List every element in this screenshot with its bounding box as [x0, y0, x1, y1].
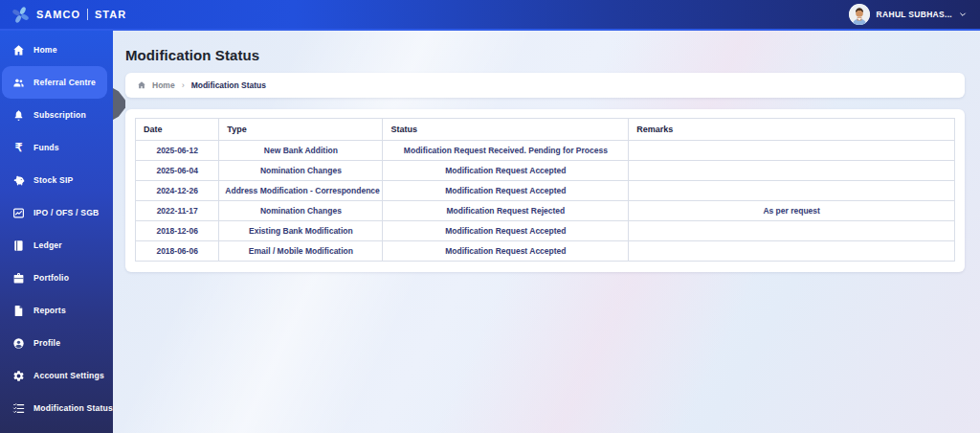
avatar: [849, 4, 870, 25]
sidebar-item-label: IPO / OFS / SGB: [33, 208, 99, 217]
sidebar-item-label: Reports: [33, 306, 66, 315]
table-row: 2018-06-06Email / Mobile ModificationMod…: [136, 241, 955, 262]
cell-date: 2025-06-04: [136, 161, 219, 181]
cell-remarks: [629, 241, 955, 262]
cell-type: Address Modification - Correspondence: [219, 181, 383, 201]
samco-pinwheel-icon: [11, 6, 30, 24]
brand-name: SAMCO: [36, 9, 80, 20]
column-header-remarks: Remarks: [629, 119, 955, 141]
column-header-status: Status: [383, 119, 629, 141]
cell-remarks: [629, 141, 955, 161]
sidebar-item-home[interactable]: Home: [0, 34, 107, 66]
piggy-bank-icon: [12, 174, 25, 187]
users-icon: [12, 77, 25, 89]
cell-date: 2022-11-17: [136, 201, 219, 221]
brand-separator: [87, 9, 88, 20]
gear-icon: [12, 370, 25, 382]
cell-remarks: [629, 161, 955, 181]
chevron-down-icon: [959, 11, 967, 18]
cell-type: Nomination Changes: [219, 161, 383, 181]
cell-status: Modification Request Rejected: [383, 201, 629, 221]
user-circle-icon: [12, 337, 25, 350]
cell-status: Modification Request Received. Pending f…: [383, 141, 629, 161]
modification-status-card: DateTypeStatusRemarks 2025-06-12New Bank…: [125, 109, 965, 272]
sidebar-item-label: Profile: [33, 338, 60, 348]
briefcase-icon: [12, 272, 25, 285]
sidebar-item-portfolio[interactable]: Portfolio: [0, 262, 107, 294]
sidebar-item-stock-sip[interactable]: Stock SIP: [0, 164, 107, 196]
table-row: 2025-06-12New Bank AdditionModification …: [136, 141, 955, 161]
bell-icon: [12, 109, 25, 122]
sidebar-item-label: Ledger: [33, 240, 62, 250]
sidebar-items: HomeReferral CentreSubscription₹FundsSto…: [0, 34, 113, 424]
cell-date: 2018-06-06: [136, 241, 219, 262]
sidebar-item-label: Subscription: [33, 110, 86, 120]
breadcrumb-separator: ›: [182, 80, 185, 90]
sidebar-item-label: Modification Status: [33, 403, 113, 413]
sidebar-item-ipo-ofs-sgb[interactable]: IPO / OFS / SGB: [0, 196, 107, 229]
breadcrumb-home-link[interactable]: Home: [152, 80, 175, 90]
sidebar-item-label: Portfolio: [33, 273, 69, 283]
sidebar-item-label: Funds: [33, 143, 59, 152]
cell-remarks: [629, 221, 955, 241]
home-icon: [137, 80, 146, 90]
column-header-date: Date: [136, 119, 219, 141]
cell-type: Nomination Changes: [219, 201, 383, 221]
home-icon: [12, 44, 25, 57]
breadcrumb-current: Modification Status: [191, 80, 266, 90]
cell-status: Modification Request Accepted: [383, 221, 629, 241]
cell-status: Modification Request Accepted: [383, 181, 629, 201]
checklist-icon: [12, 402, 25, 415]
chart-icon: [12, 207, 25, 219]
table-row: 2025-06-04Nomination ChangesModification…: [136, 161, 955, 181]
sidebar-item-reports[interactable]: Reports: [0, 294, 107, 327]
cell-status: Modification Request Accepted: [383, 161, 629, 181]
user-menu[interactable]: RAHUL SUBHAS...: [849, 4, 967, 25]
table-row: 2018-12-06Existing Bank ModificationModi…: [136, 221, 955, 241]
modification-status-table: DateTypeStatusRemarks 2025-06-12New Bank…: [135, 118, 955, 262]
table-row: 2022-11-17Nomination ChangesModification…: [136, 201, 955, 221]
sidebar-item-modification-status[interactable]: Modification Status: [0, 392, 107, 424]
breadcrumb: Home › Modification Status: [125, 73, 965, 98]
sidebar-item-account-settings[interactable]: Account Settings: [0, 359, 107, 392]
sidebar-item-funds[interactable]: ₹Funds: [0, 131, 107, 164]
table-body: 2025-06-12New Bank AdditionModification …: [136, 141, 955, 262]
cell-date: 2025-06-12: [136, 141, 219, 161]
sidebar-item-ledger[interactable]: Ledger: [0, 229, 107, 262]
cell-type: New Bank Addition: [219, 141, 383, 161]
book-icon: [12, 239, 25, 252]
cell-type: Existing Bank Modification: [219, 221, 383, 241]
sidebar-item-subscription[interactable]: Subscription: [0, 99, 107, 131]
cell-type: Email / Mobile Modification: [219, 241, 383, 262]
cell-remarks: As per request: [629, 201, 955, 221]
table-row: 2024-12-26Address Modification - Corresp…: [136, 181, 955, 201]
rupee-icon: ₹: [12, 142, 25, 154]
document-icon: [12, 305, 25, 317]
cell-date: 2024-12-26: [136, 181, 219, 201]
sidebar-item-label: Account Settings: [33, 371, 104, 380]
page-title: Modification Status: [125, 47, 980, 63]
table-header-row: DateTypeStatusRemarks: [136, 119, 955, 141]
sidebar-item-label: Stock SIP: [33, 175, 73, 185]
sidebar-item-label: Home: [33, 45, 57, 55]
topbar: SAMCO STAR RAHUL SUBHAS...: [0, 0, 980, 31]
brand-logo[interactable]: SAMCO STAR: [11, 6, 126, 24]
cell-date: 2018-12-06: [136, 221, 219, 241]
user-name: RAHUL SUBHAS...: [877, 10, 952, 19]
brand-product: STAR: [95, 9, 126, 20]
sidebar-item-profile[interactable]: Profile: [0, 327, 107, 359]
column-header-type: Type: [219, 119, 383, 141]
cell-status: Modification Request Accepted: [383, 241, 629, 262]
sidebar-item-label: Referral Centre: [33, 78, 96, 87]
sidebar: HomeReferral CentreSubscription₹FundsSto…: [0, 31, 113, 433]
main-content: Modification Status Home › Modification …: [113, 31, 980, 433]
cell-remarks: [629, 181, 955, 201]
sidebar-item-referral-centre[interactable]: Referral Centre: [2, 66, 107, 99]
